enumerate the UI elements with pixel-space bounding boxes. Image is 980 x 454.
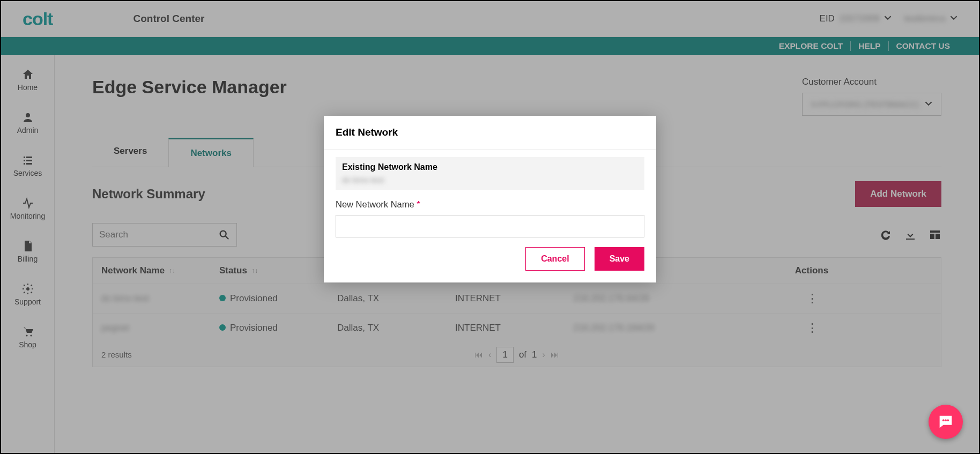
svg-point-12 <box>942 419 945 421</box>
cancel-button[interactable]: Cancel <box>525 247 584 271</box>
chat-icon <box>937 413 955 431</box>
edit-network-modal: Edit Network Existing Network Name dc-bm… <box>324 116 656 282</box>
svg-point-14 <box>947 419 949 421</box>
modal-title: Edit Network <box>324 116 656 150</box>
required-indicator: * <box>417 199 420 209</box>
save-button[interactable]: Save <box>595 247 644 271</box>
chat-fab[interactable] <box>929 405 963 439</box>
existing-network-label: Existing Network Name <box>342 162 638 172</box>
new-network-label: New Network Name * <box>336 199 644 210</box>
modal-overlay: Edit Network Existing Network Name dc-bm… <box>1 1 979 453</box>
new-network-input[interactable] <box>336 215 644 237</box>
existing-network-box: Existing Network Name dc-bmx-test <box>336 157 644 190</box>
svg-point-13 <box>945 419 947 421</box>
existing-network-value: dc-bmx-test <box>342 175 638 184</box>
